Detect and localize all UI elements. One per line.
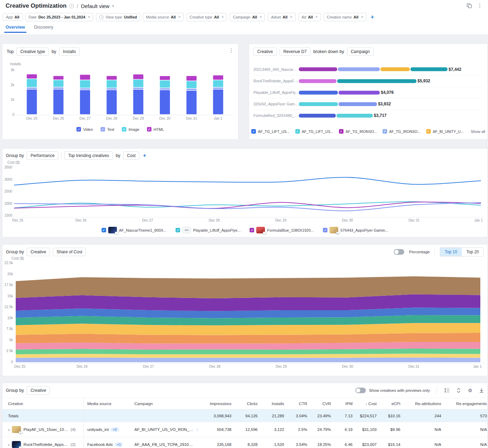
top-trending-card: Group by Performance Top trending creati…	[2, 148, 488, 237]
tab-overview[interactable]: Overview	[6, 25, 25, 33]
filter-chip-campaign[interactable]: CampaignAll×	[230, 13, 265, 21]
creative-chip[interactable]: Creative	[253, 47, 277, 56]
column-header-clicks[interactable]: Clicks	[235, 402, 261, 406]
legend-item-576443-appsflyer-gamin[interactable]: ✓▸576443_AppsFlyer Gamin...	[323, 227, 388, 233]
filter-chip-adset[interactable]: AdsetAll×	[268, 13, 295, 21]
column-header-campaign[interactable]: Campaign	[131, 402, 198, 406]
kebab-menu-icon[interactable]: ⋮	[477, 3, 482, 8]
tab-discovery[interactable]: Discovery	[34, 25, 53, 33]
column-header-ipm[interactable]: IPM	[334, 402, 356, 406]
close-icon[interactable]: ×	[259, 15, 262, 20]
add-filter-button[interactable]: +	[369, 14, 376, 21]
campaign-chip[interactable]: Campaign	[347, 47, 374, 56]
checkbox-icon[interactable]: ✓	[101, 127, 105, 132]
legend-item-html[interactable]: ✓HTML	[147, 127, 164, 132]
checkbox-icon[interactable]: ✓	[76, 127, 81, 132]
legend-item-formulablue-1080x1920[interactable]: ✓▫FormulaBlue_1080X1920...	[250, 227, 314, 233]
filter-chip-creative-type[interactable]: Creative typeAll×	[186, 13, 227, 21]
installs-chip[interactable]: Installs	[59, 47, 80, 56]
sort-desc-icon: ↓	[365, 402, 368, 406]
creative-thumbnail: ▸	[12, 426, 21, 433]
gear-icon[interactable]: ⚙	[468, 388, 472, 393]
checkbox-icon[interactable]: ✓	[426, 129, 431, 134]
close-icon[interactable]: ×	[290, 15, 293, 20]
legend-item-af-tg-ironso[interactable]: ✓AF_TG_IRONSO...	[339, 129, 377, 134]
checkbox-icon[interactable]: ✓	[339, 129, 343, 134]
column-header-installs[interactable]: Installs	[261, 402, 288, 406]
table-row-playaf-us-15sec-1080x1920-6[interactable]: ›▸PlayAF_US_15sec_1080X1920_6...(4)unity…	[2, 422, 487, 437]
column-header-ecpi[interactable]: eCPI	[380, 402, 404, 406]
close-icon[interactable]: ×	[221, 15, 224, 20]
legend-item-af-tg-lift-us[interactable]: ✓AF_TG_LIFT_US...	[295, 129, 333, 134]
share-of-cost-chip[interactable]: Share of Cost	[53, 248, 86, 256]
y-axis-label: Cost ($)	[12, 256, 24, 260]
legend-item-af-nascartheme1-800x[interactable]: ✓▫AF_NascarTheme1_800X...	[102, 227, 167, 233]
percentage-toggle[interactable]	[394, 249, 404, 255]
checkbox-icon[interactable]: ✓	[323, 228, 327, 232]
cost-chip[interactable]: Cost	[123, 151, 140, 160]
creative-type-chip[interactable]: Creative type	[16, 47, 49, 56]
column-header-re-attributions[interactable]: Re-attributions	[404, 402, 445, 406]
add-metric-button[interactable]: +	[142, 152, 147, 159]
expand-chevron-icon[interactable]: ›	[8, 442, 9, 447]
revenue-d7-chip[interactable]: Revenue D7	[280, 47, 311, 56]
row-height-icon[interactable]	[444, 388, 450, 393]
metric-value: 6.19	[334, 427, 356, 432]
creative-chip[interactable]: Creative	[27, 386, 50, 395]
legend-item-af-tg-lift-us[interactable]: ✓AF_TG_LIFT_US...	[251, 129, 289, 134]
column-header-re-engagements[interactable]: Re-engagements	[445, 402, 488, 406]
show-all-link[interactable]: Show all	[471, 129, 485, 134]
filter-chip-media-source[interactable]: Media sourceAll×	[143, 13, 184, 21]
legend-item-text[interactable]: ✓Text	[101, 127, 114, 132]
legend-item-image[interactable]: ✓Image	[122, 127, 139, 132]
expand-chevron-icon[interactable]: ›	[8, 427, 9, 432]
checkbox-icon[interactable]: ✓	[295, 129, 300, 134]
close-icon[interactable]: ×	[315, 15, 318, 20]
breadcrumb: Creative Optimization ? / Default view ▾	[6, 2, 114, 9]
more-badge[interactable]: +1	[115, 442, 123, 447]
performance-chip[interactable]: Performance	[27, 151, 58, 160]
column-header-impressions[interactable]: Impressions	[198, 402, 235, 406]
top-20-button[interactable]: Top 20	[462, 248, 483, 256]
help-icon[interactable]: ?	[69, 4, 74, 8]
checkbox-icon[interactable]: ✓	[122, 127, 126, 132]
expand-collapse-icon[interactable]	[457, 388, 461, 393]
revenue-row-320x50-appsflyer-gami: 320x50_AppsFlyer Gami...$3,932	[253, 98, 483, 110]
download-icon[interactable]	[479, 388, 484, 393]
table-row-rocktherolette-appsflyer-1200[interactable]: ›▫RockTheRolette_AppsFlyer_1200...(2)Fac…	[2, 437, 487, 448]
legend-item-af-bi-unity-u[interactable]: ✓AF_BI_UNITY_U...	[426, 129, 464, 134]
checkbox-icon[interactable]: ✓	[102, 228, 106, 232]
top-10-button[interactable]: Top 10	[440, 248, 462, 256]
creative-name-label: Playable_Liftoff_AppsFly...	[253, 90, 299, 95]
legend-label: AF_NascarTheme1_800X...	[119, 228, 167, 232]
column-header-ctr[interactable]: CTR	[288, 402, 311, 406]
filter-chip-creative-name[interactable]: Creative nameAll×	[324, 13, 367, 21]
checkbox-icon[interactable]: ✓	[147, 127, 151, 132]
filter-chip-ad[interactable]: AdAll×	[298, 13, 321, 21]
checkbox-icon[interactable]: ✓	[176, 228, 180, 232]
copy-icon[interactable]	[467, 3, 472, 8]
previews-only-toggle[interactable]	[355, 388, 366, 393]
filter-chip-date[interactable]: DateDec 25,2023 - Jan 01,2024×	[25, 13, 94, 21]
creative-chip[interactable]: Creative	[27, 248, 50, 256]
legend-item-video[interactable]: ✓Video	[76, 127, 93, 132]
view-selector[interactable]: Default view	[81, 3, 110, 9]
legend-item-playable-liftoff-appsflye[interactable]: ✓</>Playable_Liftoff_AppsFlye...	[176, 227, 241, 233]
column-header-cost[interactable]: ↓Cost	[356, 402, 380, 406]
more-badge[interactable]: +2	[111, 427, 119, 432]
filter-chip-app[interactable]: AppAll	[3, 13, 23, 21]
close-icon[interactable]: ×	[178, 15, 180, 20]
checkbox-icon[interactable]: ✓	[251, 129, 256, 134]
column-header-cvr[interactable]: CVR	[311, 402, 334, 406]
chevron-down-icon: ▾	[112, 4, 114, 8]
column-header-creative[interactable]: Creative	[2, 398, 84, 409]
column-header-media-source[interactable]: Media source	[84, 402, 131, 406]
close-icon[interactable]: ×	[361, 15, 363, 20]
filter-chip-view-type[interactable]: ?View typeUnified	[96, 13, 140, 21]
top-trending-chip[interactable]: Top trending creatives	[64, 151, 113, 160]
close-icon[interactable]: ×	[88, 15, 90, 20]
checkbox-icon[interactable]: ✓	[250, 228, 254, 232]
checkbox-icon[interactable]: ✓	[383, 129, 387, 134]
legend-item-af-tg-ironso[interactable]: ✓AF_TG_IRONSO...	[383, 129, 421, 134]
kebab-menu-icon[interactable]: ⋮	[229, 48, 234, 53]
